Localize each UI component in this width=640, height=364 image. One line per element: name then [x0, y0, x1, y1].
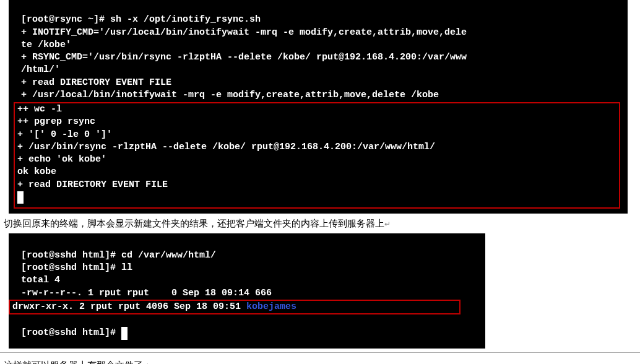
term1-line: [root@rsync ~]# sh -x /opt/inotify_rsync… [9, 14, 261, 25]
term1-box-line: + echo 'ok kobe' [17, 154, 106, 165]
directory-name: kobejames [246, 301, 296, 312]
term1-line: + read DIRECTORY EVENT FILE [9, 77, 171, 88]
term1-box-line: ++ wc -l [17, 104, 62, 115]
term2-line: total 4 [9, 275, 60, 285]
term1-line: + INOTIFY_CMD='/usr/local/bin/inotifywai… [9, 27, 467, 38]
term1-box-line: ok kobe [17, 167, 56, 177]
term1-box-line: + /usr/bin/rsync -rlzptHA --delete /kobe… [17, 142, 435, 152]
term2-line: [root@sshd html]# ll [9, 262, 132, 273]
terminal-output-2: [root@sshd html]# cd /var/www/html/ [roo… [9, 233, 485, 349]
term1-line: + RSYNC_CMD='/usr/bin/rsync -rlzptHA --d… [9, 52, 467, 63]
terminal-output-1: [root@rsync ~]# sh -x /opt/inotify_rsync… [9, 0, 628, 214]
divider [0, 352, 640, 353]
highlight-box-2: drwxr-xr-x. 2 rput rput 4096 Sep 18 09:5… [9, 300, 461, 314]
term2-line: [root@sshd html]# cd /var/www/html/ [9, 250, 216, 261]
return-icon: ↵ [384, 220, 391, 228]
cursor: _ [121, 327, 128, 339]
term2-line: -rw-r--r--. 1 rput rput 0 Sep 18 09:14 6… [9, 288, 272, 298]
cursor: _ [17, 191, 24, 204]
term2-prompt: [root@sshd html]# _ [9, 327, 128, 338]
term1-box-line: + read DIRECTORY EVENT FILE [17, 180, 168, 190]
paragraph-2: 这样就可以服务器上有那个文件了↵ [4, 358, 640, 365]
term1-line: + /usr/local/bin/inotifywait -mrq -e mod… [9, 90, 439, 100]
term1-box-line: + '[' 0 -le 0 ']' [17, 129, 112, 140]
return-icon: ↵ [143, 362, 149, 365]
paragraph-1: 切换回原来的终端，脚本会显示新建文件夹的结果，还把客户端文件夹的内容上传到服务器… [4, 216, 640, 232]
term2-box-pre: drwxr-xr-x. 2 rput rput 4096 Sep 18 09:5… [12, 301, 246, 312]
term1-box-line: ++ pgrep rsync [17, 116, 95, 127]
highlight-box-1: ++ wc -l ++ pgrep rsync + '[' 0 -le 0 ']… [14, 102, 620, 209]
term1-line: /html/' [9, 64, 60, 75]
term1-line: te /kobe' [9, 40, 71, 50]
